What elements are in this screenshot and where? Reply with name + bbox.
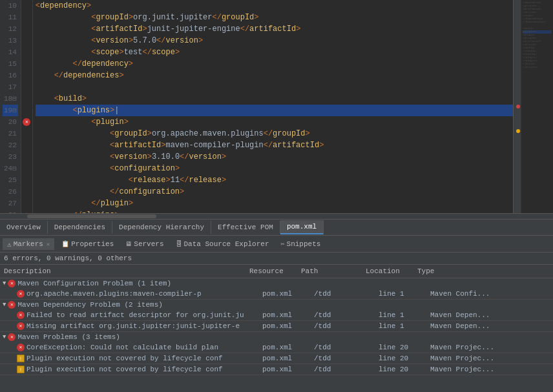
table-row[interactable]: ! Plugin execution not covered by lifecy…: [0, 364, 553, 375]
tab-dependency-hierarchy[interactable]: Dependency Hierarchy: [112, 221, 211, 234]
editor-tabs: Overview Dependencies Dependency Hierarc…: [0, 219, 553, 236]
plugin-icon: !: [17, 355, 25, 362]
path-cell: /tdd: [310, 342, 375, 353]
table-row[interactable]: ✕ CoreException: Could not calculate bui…: [0, 342, 553, 353]
error-icon: ✕: [17, 344, 25, 351]
table-row[interactable]: ✕ org.apache.maven.plugins:maven-compile…: [0, 289, 553, 300]
snippets-label: Snippets: [287, 240, 321, 248]
line-numbers: 10 11 12 13 14 15 16 17 18⊟ 19⊟ 20 21 22…: [0, 0, 21, 213]
error-marker-20: ✕: [23, 118, 30, 126]
resource-cell: pom.xml: [258, 289, 310, 299]
error-gutter-marker: [516, 105, 520, 108]
col-resource: Resource: [245, 266, 297, 276]
location-cell: line 1: [375, 289, 426, 299]
code-editor[interactable]: <dependency> <groupId>org.junit.jupiter<…: [33, 0, 513, 213]
editor-area: 10 11 12 13 14 15 16 17 18⊟ 19⊟ 20 21 22…: [0, 0, 553, 213]
tab-pom-xml[interactable]: pom.xml: [280, 220, 324, 234]
error-icon: ✕: [8, 280, 16, 287]
location-cell: line 20: [375, 353, 426, 364]
toolbar-tab-markers[interactable]: ⚠ Markers ✕: [3, 238, 54, 250]
path-cell: /tdd: [310, 289, 375, 299]
col-location: Location: [362, 266, 413, 276]
table-row[interactable]: ! Plugin execution not covered by lifecy…: [0, 353, 553, 364]
location-cell: line 1: [375, 310, 426, 320]
error-icon: ✕: [17, 311, 25, 319]
group-maven-dep[interactable]: ▼ ✕ Maven Dependency Problem (2 items): [0, 300, 553, 310]
resource-cell: pom.xml: [258, 342, 310, 353]
location-cell: line 1: [375, 321, 426, 331]
problems-summary: 6 errors, 0 warnings, 0 others: [0, 253, 553, 265]
datasource-icon: 🗄: [176, 240, 182, 248]
toolbar-tab-snippets[interactable]: ✂ Snippets: [276, 238, 326, 250]
col-description: Description: [0, 266, 245, 276]
warn-gutter-marker: [516, 129, 520, 133]
code-line-18: <build>: [36, 93, 513, 105]
desc-cell: ✕ Failed to read artifact descriptor for…: [13, 310, 258, 320]
code-line-19: <plugins>|: [36, 105, 513, 116]
code-line-20: <plugin>: [36, 116, 513, 128]
group-maven-problems[interactable]: ▼ ✕ Maven Problems (3 items): [0, 332, 553, 342]
path-cell: /tdd: [310, 310, 375, 320]
tab-dependencies[interactable]: Dependencies: [48, 221, 112, 234]
code-line-13: <version>5.7.0</version>: [36, 35, 513, 46]
problems-table[interactable]: ▼ ✕ Maven Configuration Problem (1 item)…: [0, 278, 553, 392]
resource-cell: pom.xml: [258, 353, 310, 364]
type-cell: Maven Projec...: [426, 364, 553, 375]
problems-toolbar: ⚠ Markers ✕ 📋 Properties 🖥 Servers 🗄 Dat…: [0, 236, 553, 253]
servers-label: Servers: [134, 240, 163, 248]
code-line-22: <artifactId>maven-compiler-plugin</artif…: [36, 139, 513, 151]
tab-overview[interactable]: Overview: [0, 221, 48, 234]
error-gutter: ✕: [21, 0, 33, 213]
problems-panel: ⚠ Markers ✕ 📋 Properties 🖥 Servers 🗄 Dat…: [0, 236, 553, 392]
code-line-12: <artifactId>junit-jupiter-engine</artifa…: [36, 23, 513, 35]
group-label: Maven Dependency Problem (2 items): [17, 301, 162, 309]
desc-cell: ✕ org.apache.maven.plugins:maven-compile…: [13, 289, 258, 299]
type-cell: Maven Projec...: [426, 342, 553, 353]
markers-close[interactable]: ✕: [47, 241, 50, 248]
desc-cell: ! Plugin execution not covered by lifecy…: [13, 353, 258, 364]
code-line-11: <groupId>org.junit.jupiter</groupId>: [36, 12, 513, 23]
resource-cell: pom.xml: [258, 310, 310, 320]
code-line-15: </dependency>: [36, 58, 513, 70]
code-line-23: <version>3.10.0</version>: [36, 151, 513, 163]
toolbar-tab-servers[interactable]: 🖥 Servers: [121, 238, 168, 250]
code-line-17: [36, 81, 513, 93]
type-cell: Maven Projec...: [426, 353, 553, 364]
chevron-icon: ▼: [3, 280, 6, 287]
type-cell: Maven Confi...: [426, 289, 553, 299]
error-icon: ✕: [8, 301, 16, 309]
error-icon: ✕: [8, 333, 16, 341]
error-icon: ✕: [17, 322, 25, 330]
horizontal-scrollbar[interactable]: [0, 213, 553, 220]
type-cell: Maven Depen...: [426, 321, 553, 331]
table-header: Description Resource Path Location Type: [0, 265, 553, 278]
tab-effective-pom[interactable]: Effective POM: [211, 221, 280, 234]
resource-cell: pom.xml: [258, 364, 310, 375]
desc-cell: ✕ CoreException: Could not calculate bui…: [13, 342, 258, 353]
toolbar-tab-properties[interactable]: 📋 Properties: [57, 238, 118, 250]
properties-label: Properties: [71, 240, 114, 248]
col-type: Type: [413, 266, 553, 276]
group-maven-config[interactable]: ▼ ✕ Maven Configuration Problem (1 item): [0, 278, 553, 289]
properties-icon: 📋: [61, 240, 69, 248]
location-cell: line 20: [375, 364, 426, 375]
code-line-25: <release>11</release>: [36, 174, 513, 186]
plugin-icon: !: [17, 366, 25, 373]
table-row[interactable]: ✕ Missing artifact org.junit.jupiter:jun…: [0, 321, 553, 332]
code-line-27: </plugin>: [36, 198, 513, 209]
group-label: Maven Problems (3 items): [17, 333, 120, 341]
code-line-14: <scope>test</scope>: [36, 46, 513, 58]
location-cell: line 20: [375, 342, 426, 353]
right-gutter: [513, 0, 521, 213]
type-cell: Maven Depen...: [426, 310, 553, 320]
markers-label: Markers: [14, 240, 43, 248]
scroll-thumb[interactable]: [27, 214, 156, 218]
table-row[interactable]: ✕ Failed to read artifact descriptor for…: [0, 310, 553, 321]
toolbar-tab-datasource[interactable]: 🗄 Data Source Explorer: [171, 238, 274, 250]
markers-icon: ⚠: [7, 240, 12, 249]
snippets-icon: ✂: [281, 240, 285, 248]
chevron-icon: ▼: [3, 302, 6, 308]
code-line-21: <groupId>org.apache.maven.plugins</group…: [36, 128, 513, 139]
code-line-10: <dependency>: [36, 0, 513, 12]
desc-cell: ✕ Missing artifact org.junit.jupiter:jun…: [13, 321, 258, 331]
